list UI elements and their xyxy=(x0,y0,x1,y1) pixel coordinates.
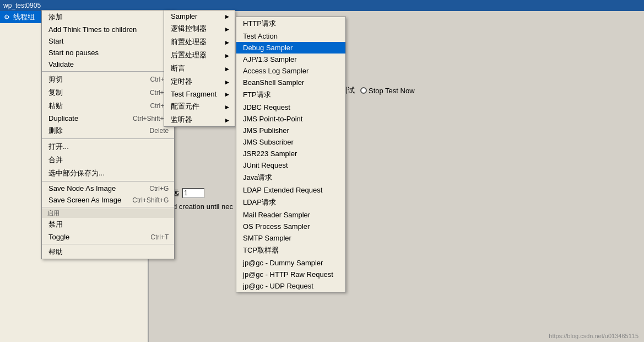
menu-l3-debug-sampler[interactable]: Debug Sampler xyxy=(236,42,345,54)
menu-l2-listener-label: 监听器 xyxy=(171,115,192,125)
menu-item-add[interactable]: 添加 xyxy=(42,10,174,24)
menu-l2-assertion-label: 断言 xyxy=(171,63,185,73)
stop-test-now-radio-circle xyxy=(360,87,367,94)
menu-l3-jms-subscriber-label: JMS Subscriber xyxy=(243,138,294,146)
thread-creation-row: Thread creation until nec xyxy=(154,202,638,211)
divider-2 xyxy=(42,138,174,139)
menu-item-disable[interactable]: 禁用 xyxy=(42,218,174,231)
menu-l3-junit[interactable]: JUnit Request xyxy=(236,159,345,171)
yongyuan-row: 永远 xyxy=(154,188,638,198)
menu-item-duplicate[interactable]: Duplicate Ctrl+Shift+C xyxy=(42,113,174,124)
menu-l2-logic-controller[interactable]: 逻辑控制器 xyxy=(164,22,235,35)
menu-l2-post-processor[interactable]: 后置处理器 xyxy=(164,49,235,62)
menu-l3-jdbc[interactable]: JDBC Request xyxy=(236,101,345,113)
menu-l2-post-processor-label: 后置处理器 xyxy=(171,50,207,60)
menu-l2-timer-label: 定时器 xyxy=(171,77,192,87)
menu-l2-config-element-label: 配置元件 xyxy=(171,101,199,111)
menu-item-help-label: 帮助 xyxy=(48,247,63,257)
menu-l3-access-log-label: Access Log Sampler xyxy=(243,67,309,75)
menu-item-duplicate-label: Duplicate xyxy=(48,114,78,122)
divider-3 xyxy=(42,181,174,181)
menu-item-merge-label: 合并 xyxy=(48,155,63,165)
menu-l2-timer[interactable]: 定时器 xyxy=(164,75,235,88)
menu-l3-jpgc-http-raw-label: jp@gc - HTTP Raw Request xyxy=(243,270,333,279)
toggle-shortcut: Ctrl+T xyxy=(150,233,169,241)
menu-l3-jms-publisher[interactable]: JMS Publisher xyxy=(236,125,345,136)
menu-item-open[interactable]: 打开... xyxy=(42,140,174,153)
top-bar: wp_test0905 xyxy=(0,0,644,11)
menu-l3-java[interactable]: Java请求 xyxy=(236,171,345,184)
menu-item-start-no-pauses[interactable]: Start no pauses xyxy=(42,47,174,58)
menu-section-enable: 启用 xyxy=(42,209,174,218)
menu-item-add-label: 添加 xyxy=(48,12,63,22)
menu-item-cut-label: 剪切 xyxy=(48,74,63,84)
menu-l3-jms-subscriber[interactable]: JMS Subscriber xyxy=(236,136,345,148)
menu-l3-ldap-extended[interactable]: LDAP Extended Request xyxy=(236,184,345,196)
context-menu-l2: Sampler 逻辑控制器 前置处理器 后置处理器 断言 定时器 Test Fr… xyxy=(164,10,235,127)
menu-l3-jsr223[interactable]: JSR223 Sampler xyxy=(236,148,345,159)
menu-item-copy[interactable]: 复制 Ctrl+C xyxy=(42,86,174,99)
stop-test-now-radio-item[interactable]: Stop Test Now xyxy=(360,87,415,95)
menu-l3-jdbc-label: JDBC Request xyxy=(243,103,290,111)
menu-l2-listener[interactable]: 监听器 xyxy=(164,113,235,126)
menu-l3-jms-ptp-label: JMS Point-to-Point xyxy=(243,115,302,123)
menu-l3-junit-label: JUnit Request xyxy=(243,161,288,169)
menu-item-open-label: 打开... xyxy=(48,142,69,152)
menu-l3-smtp[interactable]: SMTP Sampler xyxy=(236,232,345,244)
menu-l3-mail-reader[interactable]: Mail Reader Sampler xyxy=(236,209,345,221)
assertion-submenu-arrow xyxy=(225,66,229,72)
menu-item-add-think-times[interactable]: Add Think Times to children xyxy=(42,24,174,35)
divider-4 xyxy=(42,207,174,207)
menu-item-save-selection[interactable]: 选中部分保存为... xyxy=(42,167,174,180)
menu-item-start-no-pauses-label: Start no pauses xyxy=(48,49,99,57)
menu-item-save-selection-label: 选中部分保存为... xyxy=(48,168,105,178)
thread-group-icon: ⚙ xyxy=(2,13,11,22)
menu-l3-mail-reader-label: Mail Reader Sampler xyxy=(243,211,310,219)
menu-item-paste[interactable]: 粘贴 Ctrl+V xyxy=(42,99,174,113)
menu-l3-jms-ptp[interactable]: JMS Point-to-Point xyxy=(236,113,345,125)
logic-controller-submenu-arrow xyxy=(225,26,229,32)
menu-item-save-screen-image[interactable]: Save Screen As Image Ctrl+Shift+G xyxy=(42,194,174,206)
yongyuan-input[interactable] xyxy=(182,188,204,198)
menu-l3-tcp[interactable]: TCP取样器 xyxy=(236,244,345,257)
delete-shortcut: Delete xyxy=(150,127,169,135)
menu-l3-test-action[interactable]: Test Action xyxy=(236,30,345,42)
tree-item-label: 线程组 xyxy=(13,12,35,22)
menu-l3-jpgc-dummy[interactable]: jp@gc - Dummy Sampler xyxy=(236,257,345,269)
menu-l2-sampler[interactable]: Sampler xyxy=(164,10,235,22)
menu-item-validate-label: Validate xyxy=(48,60,74,68)
menu-l2-assertion[interactable]: 断言 xyxy=(164,62,235,75)
menu-item-disable-label: 禁用 xyxy=(48,220,63,229)
menu-item-add-think-times-label: Add Think Times to children xyxy=(48,25,137,34)
listener-submenu-arrow xyxy=(225,117,229,123)
menu-l3-ajp[interactable]: AJP/1.3 Sampler xyxy=(236,54,345,65)
menu-item-cut[interactable]: 剪切 Ctrl+X xyxy=(42,73,174,86)
watermark: https://blog.csdn.net/u013465115 xyxy=(549,333,638,339)
menu-l2-config-element[interactable]: 配置元件 xyxy=(164,100,235,113)
watermark-text: https://blog.csdn.net/u013465115 xyxy=(549,333,638,339)
menu-item-validate[interactable]: Validate xyxy=(42,58,174,70)
menu-l3-tcp-label: TCP取样器 xyxy=(243,245,279,255)
menu-l3-http[interactable]: HTTP请求 xyxy=(236,17,345,30)
menu-l3-access-log[interactable]: Access Log Sampler xyxy=(236,65,345,77)
divider-1 xyxy=(42,71,174,72)
menu-item-merge[interactable]: 合并 xyxy=(42,153,174,167)
menu-l3-ldap[interactable]: LDAP请求 xyxy=(236,196,345,209)
menu-l3-jpgc-udp[interactable]: jp@gc - UDP Request xyxy=(236,280,345,292)
menu-l2-pre-processor[interactable]: 前置处理器 xyxy=(164,35,235,49)
menu-l3-beanshell[interactable]: BeanShell Sampler xyxy=(236,77,345,88)
menu-l3-os-process[interactable]: OS Process Sampler xyxy=(236,221,345,232)
menu-item-help[interactable]: 帮助 xyxy=(42,245,174,259)
stop-test-now-label: Stop Test Now xyxy=(369,87,415,95)
menu-item-start[interactable]: Start xyxy=(42,35,174,47)
menu-l3-ftp[interactable]: FTP请求 xyxy=(236,88,345,101)
menu-item-start-label: Start xyxy=(48,37,63,45)
menu-l3-jsr223-label: JSR223 Sampler xyxy=(243,149,297,158)
menu-l2-test-fragment-label: Test Fragment xyxy=(171,90,217,98)
menu-item-toggle[interactable]: Toggle Ctrl+T xyxy=(42,231,174,243)
menu-item-save-node-image[interactable]: Save Node As Image Ctrl+G xyxy=(42,183,174,194)
menu-item-delete[interactable]: 删除 Delete xyxy=(42,124,174,137)
menu-l2-test-fragment[interactable]: Test Fragment xyxy=(164,88,235,100)
menu-l3-jpgc-http-raw[interactable]: jp@gc - HTTP Raw Request xyxy=(236,269,345,280)
menu-l3-http-label: HTTP请求 xyxy=(243,19,276,29)
